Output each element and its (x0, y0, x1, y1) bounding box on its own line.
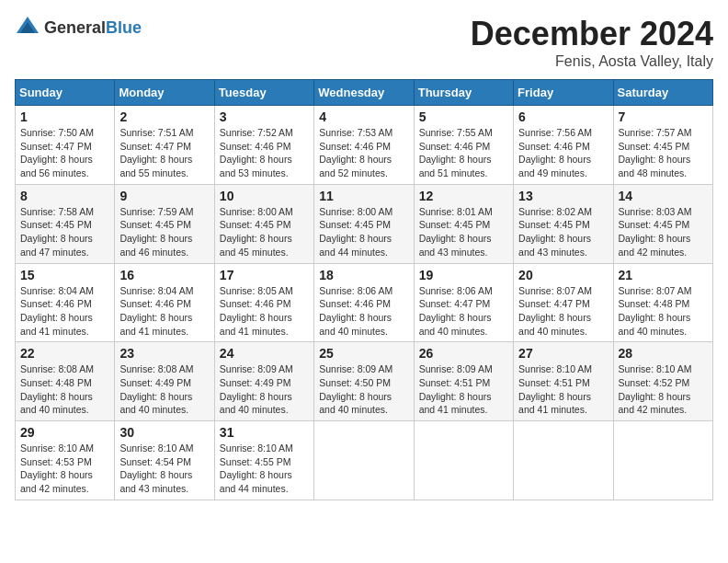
weekday-header-saturday: Saturday (613, 80, 712, 106)
cell-details: Sunrise: 7:56 AMSunset: 4:46 PMDaylight:… (518, 126, 608, 180)
cell-details: Sunrise: 7:57 AMSunset: 4:45 PMDaylight:… (619, 126, 708, 180)
logo-general: General (44, 18, 106, 37)
table-row (414, 421, 513, 500)
day-number: 18 (319, 268, 408, 282)
table-row (613, 421, 712, 500)
day-number: 26 (419, 346, 508, 361)
cell-details: Sunrise: 8:08 AMSunset: 4:49 PMDaylight:… (119, 362, 209, 417)
cell-details: Sunrise: 8:10 AMSunset: 4:51 PMDaylight:… (518, 362, 608, 417)
table-row: 28Sunrise: 8:10 AMSunset: 4:52 PMDayligh… (613, 342, 712, 421)
day-number: 30 (119, 425, 209, 440)
cell-details: Sunrise: 8:10 AMSunset: 4:52 PMDaylight:… (619, 362, 708, 417)
cell-details: Sunrise: 8:09 AMSunset: 4:49 PMDaylight:… (220, 362, 309, 417)
day-number: 20 (518, 268, 608, 282)
day-number: 23 (119, 346, 209, 361)
table-row: 31Sunrise: 8:10 AMSunset: 4:55 PMDayligh… (214, 421, 313, 500)
table-row: 12Sunrise: 8:01 AMSunset: 4:45 PMDayligh… (414, 184, 513, 263)
table-row: 26Sunrise: 8:09 AMSunset: 4:51 PMDayligh… (414, 342, 513, 421)
day-number: 10 (220, 189, 309, 203)
cell-details: Sunrise: 8:10 AMSunset: 4:55 PMDaylight:… (220, 442, 309, 496)
table-row: 4Sunrise: 7:53 AMSunset: 4:46 PMDaylight… (314, 106, 414, 185)
table-row: 27Sunrise: 8:10 AMSunset: 4:51 PMDayligh… (514, 342, 613, 421)
table-row: 23Sunrise: 8:08 AMSunset: 4:49 PMDayligh… (115, 342, 214, 421)
table-row: 13Sunrise: 8:02 AMSunset: 4:45 PMDayligh… (514, 184, 613, 263)
table-row: 9Sunrise: 7:59 AMSunset: 4:45 PMDaylight… (115, 184, 214, 263)
cell-details: Sunrise: 8:09 AMSunset: 4:50 PMDaylight:… (319, 362, 408, 417)
day-number: 27 (518, 346, 608, 361)
cell-details: Sunrise: 8:10 AMSunset: 4:53 PMDaylight:… (20, 442, 109, 496)
cell-details: Sunrise: 8:10 AMSunset: 4:54 PMDaylight:… (119, 442, 209, 496)
table-row (514, 421, 613, 500)
location-title: Fenis, Aosta Valley, Italy (471, 53, 713, 70)
day-number: 7 (619, 109, 708, 124)
cell-details: Sunrise: 7:51 AMSunset: 4:47 PMDaylight:… (119, 126, 209, 180)
calendar-table: SundayMondayTuesdayWednesdayThursdayFrid… (15, 79, 713, 500)
cell-details: Sunrise: 8:04 AMSunset: 4:46 PMDaylight:… (20, 284, 109, 339)
day-number: 17 (220, 268, 309, 282)
table-row: 19Sunrise: 8:06 AMSunset: 4:47 PMDayligh… (414, 263, 513, 342)
table-row: 14Sunrise: 8:03 AMSunset: 4:45 PMDayligh… (613, 184, 712, 263)
day-number: 31 (220, 425, 309, 440)
header: GeneralBlue December 2024 Fenis, Aosta V… (15, 15, 713, 70)
day-number: 9 (119, 189, 209, 203)
cell-details: Sunrise: 7:58 AMSunset: 4:45 PMDaylight:… (20, 205, 109, 259)
day-number: 21 (619, 268, 708, 282)
table-row: 2Sunrise: 7:51 AMSunset: 4:47 PMDaylight… (115, 106, 214, 185)
table-row: 8Sunrise: 7:58 AMSunset: 4:45 PMDaylight… (16, 184, 115, 263)
cell-details: Sunrise: 8:04 AMSunset: 4:46 PMDaylight:… (119, 284, 209, 339)
day-number: 14 (619, 189, 708, 203)
table-row (314, 421, 414, 500)
cell-details: Sunrise: 8:00 AMSunset: 4:45 PMDaylight:… (220, 205, 309, 259)
weekday-header-thursday: Thursday (414, 80, 513, 106)
day-number: 1 (20, 109, 109, 124)
day-number: 29 (20, 425, 109, 440)
day-number: 22 (20, 346, 109, 361)
table-row: 10Sunrise: 8:00 AMSunset: 4:45 PMDayligh… (214, 184, 313, 263)
weekday-header-wednesday: Wednesday (314, 80, 414, 106)
table-row: 20Sunrise: 8:07 AMSunset: 4:47 PMDayligh… (514, 263, 613, 342)
day-number: 13 (518, 189, 608, 203)
table-row: 17Sunrise: 8:05 AMSunset: 4:46 PMDayligh… (214, 263, 313, 342)
day-number: 11 (319, 189, 408, 203)
cell-details: Sunrise: 8:07 AMSunset: 4:47 PMDaylight:… (518, 284, 608, 339)
table-row: 21Sunrise: 8:07 AMSunset: 4:48 PMDayligh… (613, 263, 712, 342)
day-number: 12 (419, 189, 508, 203)
day-number: 2 (119, 109, 209, 124)
table-row: 1Sunrise: 7:50 AMSunset: 4:47 PMDaylight… (16, 106, 115, 185)
cell-details: Sunrise: 8:08 AMSunset: 4:48 PMDaylight:… (20, 362, 109, 417)
table-row: 6Sunrise: 7:56 AMSunset: 4:46 PMDaylight… (514, 106, 613, 185)
day-number: 8 (20, 189, 109, 203)
table-row: 16Sunrise: 8:04 AMSunset: 4:46 PMDayligh… (115, 263, 214, 342)
weekday-header-sunday: Sunday (16, 80, 115, 106)
cell-details: Sunrise: 7:55 AMSunset: 4:46 PMDaylight:… (419, 126, 508, 180)
logo-blue: Blue (106, 18, 142, 37)
table-row: 18Sunrise: 8:06 AMSunset: 4:46 PMDayligh… (314, 263, 414, 342)
table-row: 25Sunrise: 8:09 AMSunset: 4:50 PMDayligh… (314, 342, 414, 421)
table-row: 29Sunrise: 8:10 AMSunset: 4:53 PMDayligh… (16, 421, 115, 500)
logo: GeneralBlue (15, 15, 142, 40)
table-row: 15Sunrise: 8:04 AMSunset: 4:46 PMDayligh… (16, 263, 115, 342)
cell-details: Sunrise: 8:01 AMSunset: 4:45 PMDaylight:… (419, 205, 508, 259)
table-row: 5Sunrise: 7:55 AMSunset: 4:46 PMDaylight… (414, 106, 513, 185)
cell-details: Sunrise: 8:05 AMSunset: 4:46 PMDaylight:… (220, 284, 309, 339)
cell-details: Sunrise: 8:06 AMSunset: 4:47 PMDaylight:… (419, 284, 508, 339)
cell-details: Sunrise: 7:53 AMSunset: 4:46 PMDaylight:… (319, 126, 408, 180)
weekday-header-friday: Friday (514, 80, 613, 106)
day-number: 15 (20, 268, 109, 282)
cell-details: Sunrise: 7:50 AMSunset: 4:47 PMDaylight:… (20, 126, 109, 180)
day-number: 24 (220, 346, 309, 361)
day-number: 3 (220, 109, 309, 124)
cell-details: Sunrise: 8:00 AMSunset: 4:45 PMDaylight:… (319, 205, 408, 259)
cell-details: Sunrise: 7:59 AMSunset: 4:45 PMDaylight:… (119, 205, 209, 259)
day-number: 4 (319, 109, 408, 124)
table-row: 30Sunrise: 8:10 AMSunset: 4:54 PMDayligh… (115, 421, 214, 500)
table-row: 3Sunrise: 7:52 AMSunset: 4:46 PMDaylight… (214, 106, 313, 185)
day-number: 25 (319, 346, 408, 361)
month-title: December 2024 (471, 15, 713, 53)
title-area: December 2024 Fenis, Aosta Valley, Italy (471, 15, 713, 70)
cell-details: Sunrise: 8:09 AMSunset: 4:51 PMDaylight:… (419, 362, 508, 417)
cell-details: Sunrise: 8:03 AMSunset: 4:45 PMDaylight:… (619, 205, 708, 259)
cell-details: Sunrise: 8:02 AMSunset: 4:45 PMDaylight:… (518, 205, 608, 259)
day-number: 19 (419, 268, 508, 282)
weekday-header-tuesday: Tuesday (214, 80, 313, 106)
